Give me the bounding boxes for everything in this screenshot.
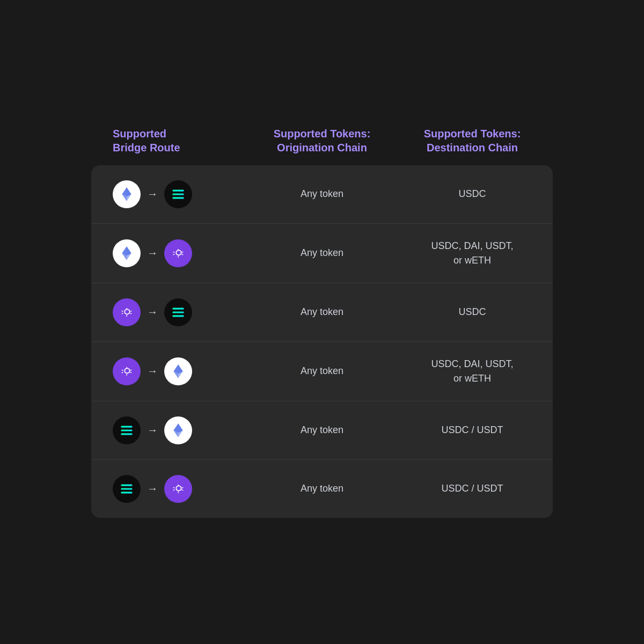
destination-token: USDC / USDT bbox=[397, 423, 547, 437]
svg-rect-31 bbox=[121, 492, 132, 493]
origination-token: Any token bbox=[247, 188, 397, 200]
header-destination: Supported Tokens:Destination Chain bbox=[397, 127, 547, 155]
svg-rect-15 bbox=[172, 315, 184, 317]
table-row: → Any token USDC, DAI, USDT,or wETH bbox=[91, 224, 553, 283]
svg-rect-22 bbox=[121, 429, 132, 431]
solana-icon bbox=[164, 180, 192, 208]
svg-rect-7 bbox=[172, 197, 184, 199]
ethereum-icon bbox=[164, 416, 192, 444]
polygon-icon bbox=[164, 239, 192, 267]
svg-rect-23 bbox=[121, 433, 132, 435]
polygon-icon bbox=[164, 475, 192, 503]
route-eth-sol: → bbox=[97, 180, 247, 208]
main-container: SupportedBridge Route Supported Tokens:O… bbox=[80, 105, 564, 539]
bridge-routes-table: → Any token bbox=[91, 165, 553, 518]
table-row: → Any token bbox=[91, 283, 553, 342]
route-arrow: → bbox=[147, 188, 158, 200]
svg-rect-5 bbox=[172, 189, 184, 191]
route-arrow: → bbox=[147, 482, 158, 495]
origination-token: Any token bbox=[247, 483, 397, 494]
ethereum-icon bbox=[164, 357, 192, 385]
route-polygon-eth: → bbox=[97, 357, 247, 385]
table-row: → Any token USDC / USDT bbox=[91, 401, 553, 460]
route-arrow: → bbox=[147, 365, 158, 377]
svg-rect-13 bbox=[172, 308, 184, 309]
svg-rect-21 bbox=[121, 426, 132, 427]
destination-token: USDC, DAI, USDT,or wETH bbox=[397, 239, 547, 268]
svg-rect-30 bbox=[121, 488, 132, 489]
solana-icon bbox=[113, 416, 141, 444]
route-arrow: → bbox=[147, 247, 158, 259]
polygon-icon bbox=[113, 298, 141, 326]
header-bridge-route: SupportedBridge Route bbox=[97, 127, 247, 155]
ethereum-icon bbox=[113, 180, 141, 208]
destination-token: USDC bbox=[397, 187, 547, 201]
table-row: → Any token bbox=[91, 165, 553, 224]
destination-token: USDC, DAI, USDT,or wETH bbox=[397, 357, 547, 386]
origination-token: Any token bbox=[247, 306, 397, 318]
route-eth-polygon: → bbox=[97, 239, 247, 267]
table-header: SupportedBridge Route Supported Tokens:O… bbox=[91, 127, 553, 155]
header-origination: Supported Tokens:Origination Chain bbox=[247, 127, 397, 155]
polygon-icon bbox=[113, 357, 141, 385]
origination-token: Any token bbox=[247, 425, 397, 436]
route-polygon-sol: → bbox=[97, 298, 247, 326]
destination-token: USDC / USDT bbox=[397, 481, 547, 496]
table-row: → Any token USDC / USDT bbox=[91, 460, 553, 518]
svg-rect-29 bbox=[121, 484, 132, 486]
ethereum-icon bbox=[113, 239, 141, 267]
svg-rect-14 bbox=[172, 311, 184, 313]
destination-token: USDC bbox=[397, 305, 547, 319]
route-sol-eth: → bbox=[97, 416, 247, 444]
origination-token: Any token bbox=[247, 247, 397, 259]
route-sol-polygon: → bbox=[97, 475, 247, 503]
route-arrow: → bbox=[147, 306, 158, 318]
route-arrow: → bbox=[147, 424, 158, 436]
svg-rect-6 bbox=[172, 193, 184, 195]
solana-icon bbox=[164, 298, 192, 326]
solana-icon bbox=[113, 475, 141, 503]
table-row: → Any token USDC, DAI, USDT,or wETH bbox=[91, 342, 553, 401]
origination-token: Any token bbox=[247, 365, 397, 377]
